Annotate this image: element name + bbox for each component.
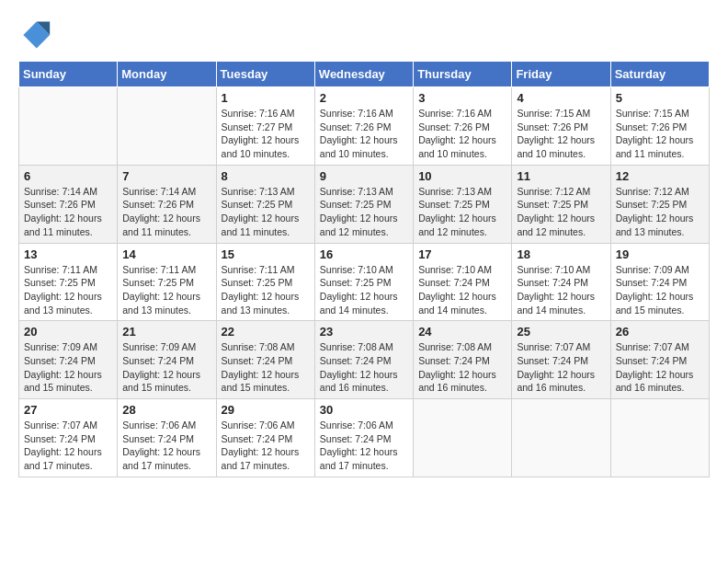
calendar-cell: 9Sunrise: 7:13 AMSunset: 7:25 PMDaylight… <box>314 165 413 243</box>
weekday-header: Saturday <box>610 62 709 87</box>
day-number: 26 <box>616 325 704 339</box>
day-number: 11 <box>517 169 605 183</box>
page-header <box>18 18 710 52</box>
day-detail: Sunrise: 7:13 AMSunset: 7:25 PMDaylight:… <box>418 185 506 239</box>
day-detail: Sunrise: 7:13 AMSunset: 7:25 PMDaylight:… <box>222 185 310 239</box>
day-detail: Sunrise: 7:07 AMSunset: 7:24 PMDaylight:… <box>517 340 605 395</box>
day-number: 8 <box>222 169 310 183</box>
day-detail: Sunrise: 7:06 AMSunset: 7:24 PMDaylight:… <box>222 419 310 473</box>
calendar-cell: 24Sunrise: 7:08 AMSunset: 7:24 PMDayligh… <box>414 321 512 399</box>
calendar-cell: 28Sunrise: 7:06 AMSunset: 7:24 PMDayligh… <box>118 399 216 477</box>
calendar-week-row: 6Sunrise: 7:14 AMSunset: 7:26 PMDaylight… <box>19 165 710 243</box>
day-detail: Sunrise: 7:11 AMSunset: 7:25 PMDaylight:… <box>222 263 310 317</box>
calendar-cell: 5Sunrise: 7:15 AMSunset: 7:26 PMDaylight… <box>610 87 709 166</box>
calendar-cell: 26Sunrise: 7:07 AMSunset: 7:24 PMDayligh… <box>610 321 709 399</box>
logo <box>18 18 57 52</box>
day-detail: Sunrise: 7:10 AMSunset: 7:25 PMDaylight:… <box>320 263 408 317</box>
calendar-cell: 16Sunrise: 7:10 AMSunset: 7:25 PMDayligh… <box>314 243 413 321</box>
day-detail: Sunrise: 7:11 AMSunset: 7:25 PMDaylight:… <box>24 263 112 317</box>
calendar-cell: 22Sunrise: 7:08 AMSunset: 7:24 PMDayligh… <box>216 321 314 399</box>
day-detail: Sunrise: 7:10 AMSunset: 7:24 PMDaylight:… <box>418 263 506 317</box>
calendar-cell: 11Sunrise: 7:12 AMSunset: 7:25 PMDayligh… <box>512 165 610 243</box>
day-number: 21 <box>122 325 210 339</box>
day-number: 10 <box>418 169 506 183</box>
calendar-week-row: 1Sunrise: 7:16 AMSunset: 7:27 PMDaylight… <box>19 87 710 166</box>
day-detail: Sunrise: 7:14 AMSunset: 7:26 PMDaylight:… <box>24 185 112 239</box>
calendar-cell: 29Sunrise: 7:06 AMSunset: 7:24 PMDayligh… <box>216 399 314 477</box>
day-number: 3 <box>418 91 506 105</box>
day-number: 2 <box>320 91 408 105</box>
day-number: 17 <box>418 247 506 261</box>
calendar-cell: 30Sunrise: 7:06 AMSunset: 7:24 PMDayligh… <box>314 399 413 477</box>
day-number: 1 <box>222 91 310 105</box>
weekday-header: Wednesday <box>314 62 413 87</box>
day-number: 29 <box>222 403 310 417</box>
day-number: 13 <box>24 247 112 261</box>
calendar-cell <box>512 399 610 477</box>
calendar-cell: 4Sunrise: 7:15 AMSunset: 7:26 PMDaylight… <box>512 87 610 166</box>
day-detail: Sunrise: 7:07 AMSunset: 7:24 PMDaylight:… <box>616 340 704 395</box>
calendar-cell: 7Sunrise: 7:14 AMSunset: 7:26 PMDaylight… <box>118 165 216 243</box>
calendar-cell: 25Sunrise: 7:07 AMSunset: 7:24 PMDayligh… <box>512 321 610 399</box>
weekday-header: Thursday <box>414 62 512 87</box>
day-detail: Sunrise: 7:15 AMSunset: 7:26 PMDaylight:… <box>517 107 605 161</box>
calendar-cell: 15Sunrise: 7:11 AMSunset: 7:25 PMDayligh… <box>216 243 314 321</box>
calendar-cell: 2Sunrise: 7:16 AMSunset: 7:26 PMDaylight… <box>314 87 413 166</box>
day-number: 14 <box>122 247 210 261</box>
weekday-row: SundayMondayTuesdayWednesdayThursdayFrid… <box>19 62 710 87</box>
day-detail: Sunrise: 7:16 AMSunset: 7:27 PMDaylight:… <box>222 107 310 161</box>
calendar-cell: 20Sunrise: 7:09 AMSunset: 7:24 PMDayligh… <box>19 321 118 399</box>
day-detail: Sunrise: 7:08 AMSunset: 7:24 PMDaylight:… <box>418 340 506 395</box>
calendar-cell: 21Sunrise: 7:09 AMSunset: 7:24 PMDayligh… <box>118 321 216 399</box>
day-detail: Sunrise: 7:06 AMSunset: 7:24 PMDaylight:… <box>320 419 408 473</box>
day-detail: Sunrise: 7:13 AMSunset: 7:25 PMDaylight:… <box>320 185 408 239</box>
day-detail: Sunrise: 7:12 AMSunset: 7:25 PMDaylight:… <box>517 185 605 239</box>
calendar-cell: 6Sunrise: 7:14 AMSunset: 7:26 PMDaylight… <box>19 165 118 243</box>
day-number: 7 <box>122 169 210 183</box>
day-detail: Sunrise: 7:08 AMSunset: 7:24 PMDaylight:… <box>320 340 408 395</box>
calendar-cell <box>19 87 118 166</box>
calendar-cell: 13Sunrise: 7:11 AMSunset: 7:25 PMDayligh… <box>19 243 118 321</box>
calendar-week-row: 20Sunrise: 7:09 AMSunset: 7:24 PMDayligh… <box>19 321 710 399</box>
calendar-cell: 18Sunrise: 7:10 AMSunset: 7:24 PMDayligh… <box>512 243 610 321</box>
day-detail: Sunrise: 7:11 AMSunset: 7:25 PMDaylight:… <box>122 263 210 317</box>
calendar-cell <box>414 399 512 477</box>
day-detail: Sunrise: 7:14 AMSunset: 7:26 PMDaylight:… <box>122 185 210 239</box>
day-detail: Sunrise: 7:09 AMSunset: 7:24 PMDaylight:… <box>122 340 210 395</box>
calendar-cell: 1Sunrise: 7:16 AMSunset: 7:27 PMDaylight… <box>216 87 314 166</box>
calendar-cell: 8Sunrise: 7:13 AMSunset: 7:25 PMDaylight… <box>216 165 314 243</box>
day-detail: Sunrise: 7:15 AMSunset: 7:26 PMDaylight:… <box>616 107 704 161</box>
calendar-body: 1Sunrise: 7:16 AMSunset: 7:27 PMDaylight… <box>19 87 710 477</box>
day-number: 25 <box>517 325 605 339</box>
day-detail: Sunrise: 7:07 AMSunset: 7:24 PMDaylight:… <box>24 419 112 473</box>
day-number: 4 <box>517 91 605 105</box>
day-number: 27 <box>24 403 112 417</box>
day-number: 20 <box>24 325 112 339</box>
day-number: 24 <box>418 325 506 339</box>
weekday-header: Tuesday <box>216 62 314 87</box>
day-number: 22 <box>222 325 310 339</box>
day-number: 18 <box>517 247 605 261</box>
calendar-week-row: 13Sunrise: 7:11 AMSunset: 7:25 PMDayligh… <box>19 243 710 321</box>
weekday-header: Friday <box>512 62 610 87</box>
calendar-cell: 23Sunrise: 7:08 AMSunset: 7:24 PMDayligh… <box>314 321 413 399</box>
day-number: 16 <box>320 247 408 261</box>
calendar-cell: 17Sunrise: 7:10 AMSunset: 7:24 PMDayligh… <box>414 243 512 321</box>
calendar-cell: 10Sunrise: 7:13 AMSunset: 7:25 PMDayligh… <box>414 165 512 243</box>
calendar-cell: 3Sunrise: 7:16 AMSunset: 7:26 PMDaylight… <box>414 87 512 166</box>
calendar-table: SundayMondayTuesdayWednesdayThursdayFrid… <box>18 61 710 477</box>
calendar-cell <box>118 87 216 166</box>
calendar-cell: 14Sunrise: 7:11 AMSunset: 7:25 PMDayligh… <box>118 243 216 321</box>
day-detail: Sunrise: 7:16 AMSunset: 7:26 PMDaylight:… <box>418 107 506 161</box>
day-number: 28 <box>122 403 210 417</box>
day-detail: Sunrise: 7:09 AMSunset: 7:24 PMDaylight:… <box>24 340 112 395</box>
day-number: 19 <box>616 247 704 261</box>
calendar-cell: 27Sunrise: 7:07 AMSunset: 7:24 PMDayligh… <box>19 399 118 477</box>
weekday-header: Monday <box>118 62 216 87</box>
day-detail: Sunrise: 7:06 AMSunset: 7:24 PMDaylight:… <box>122 419 210 473</box>
day-detail: Sunrise: 7:12 AMSunset: 7:25 PMDaylight:… <box>616 185 704 239</box>
day-detail: Sunrise: 7:09 AMSunset: 7:24 PMDaylight:… <box>616 263 704 317</box>
day-number: 23 <box>320 325 408 339</box>
calendar-cell: 12Sunrise: 7:12 AMSunset: 7:25 PMDayligh… <box>610 165 709 243</box>
day-detail: Sunrise: 7:08 AMSunset: 7:24 PMDaylight:… <box>222 340 310 395</box>
